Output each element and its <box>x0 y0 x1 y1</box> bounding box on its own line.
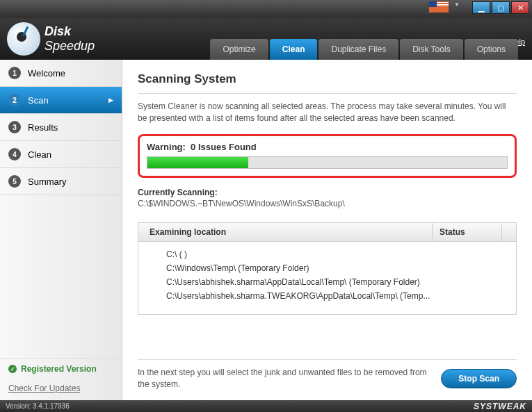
check-icon: ✓ <box>8 365 17 373</box>
table-body: C:\ ( ) C:\Windows\Temp\ (Temporary Fold… <box>138 242 516 314</box>
logo-disk-text: Disk <box>45 24 95 39</box>
table-row[interactable]: C:\Windows\Temp\ (Temporary Folder) <box>138 261 516 275</box>
maximize-button[interactable]: ▢ <box>492 1 510 14</box>
page-title: Scanning System <box>138 72 517 86</box>
warning-box: Warning: 0 Issues Found <box>138 134 517 178</box>
close-button[interactable]: ✕ <box>511 1 529 14</box>
main-tabs: Optimize Clean Duplicate Files Disk Tool… <box>209 39 518 60</box>
table-row[interactable]: C:\ ( ) <box>138 247 516 261</box>
main-content: Scanning System System Cleaner is now sc… <box>122 60 532 400</box>
step-label: Clean <box>28 149 51 160</box>
next-step-hint: In the next step you will select the jun… <box>138 367 441 390</box>
step-number: 1 <box>8 67 21 79</box>
sidebar-step-scan[interactable]: 2 Scan ▶ <box>0 87 122 114</box>
app-logo: Disk Speedup <box>7 22 95 56</box>
tab-disk-tools[interactable]: Disk Tools <box>400 39 462 60</box>
table-row[interactable]: C:\Users\abhishek.sharma.TWEAKORG\AppDat… <box>138 289 516 303</box>
currently-scanning-path: C:\$WINDOWS.~BT\NewOS\Windows\WinSxS\Bac… <box>138 199 517 208</box>
step-number: 3 <box>8 121 21 133</box>
step-number: 2 <box>8 94 21 106</box>
check-updates-link[interactable]: Check For Updates <box>0 379 122 400</box>
scan-description: System Cleaner is now scanning all selec… <box>138 101 517 124</box>
minimize-button[interactable]: ▁ <box>472 1 490 14</box>
tab-optimize[interactable]: Optimize <box>210 39 268 60</box>
titlebar: ▼ ▁ ▢ ✕ <box>0 0 532 18</box>
chevron-right-icon: ▶ <box>108 97 113 104</box>
warning-label: Warning: 0 Issues Found <box>147 142 508 152</box>
col-spacer <box>502 223 516 241</box>
col-location[interactable]: Examining location <box>138 223 433 241</box>
sidebar: 1 Welcome 2 Scan ▶ 3 Results 4 Clean 5 S… <box>0 60 122 400</box>
tab-duplicate-files[interactable]: Duplicate Files <box>319 39 398 60</box>
version-text: Version: 3.4.1.17936 <box>6 402 70 410</box>
header: Help Disk Speedup Optimize Clean Duplica… <box>0 18 532 60</box>
logo-speedup-text: Speedup <box>45 39 95 53</box>
stop-scan-button[interactable]: Stop Scan <box>441 369 517 388</box>
sidebar-step-clean[interactable]: 4 Clean <box>0 141 122 168</box>
step-label: Summary <box>28 176 67 187</box>
bottom-bar: In the next step you will select the jun… <box>138 359 517 400</box>
step-label: Scan <box>28 95 49 106</box>
statusbar: Version: 3.4.1.17936 SYSTWEAK <box>0 400 532 412</box>
language-flag-icon[interactable] <box>429 1 449 13</box>
gauge-icon <box>7 22 40 56</box>
language-dropdown-icon[interactable]: ▼ <box>454 1 460 8</box>
table-row[interactable]: C:\Users\abhishek.sharma\AppData\Local\T… <box>138 275 516 289</box>
progress-bar <box>147 156 508 169</box>
col-status[interactable]: Status <box>433 223 502 241</box>
sidebar-step-welcome[interactable]: 1 Welcome <box>0 60 122 87</box>
tab-options[interactable]: Options <box>465 39 518 60</box>
tab-clean[interactable]: Clean <box>270 39 318 60</box>
step-number: 4 <box>8 148 21 160</box>
table-header: Examining location Status <box>138 223 516 242</box>
sidebar-step-summary[interactable]: 5 Summary <box>0 168 122 195</box>
examining-table: Examining location Status C:\ ( ) C:\Win… <box>138 222 517 315</box>
registered-status: ✓ Registered Version <box>0 358 122 379</box>
currently-scanning-label: Currently Scanning: <box>138 188 517 197</box>
progress-fill <box>147 157 248 168</box>
step-label: Results <box>28 122 58 133</box>
step-label: Welcome <box>28 68 65 79</box>
brand-text: SYSTWEAK <box>474 402 526 411</box>
step-number: 5 <box>8 175 21 188</box>
sidebar-step-results[interactable]: 3 Results <box>0 114 122 141</box>
